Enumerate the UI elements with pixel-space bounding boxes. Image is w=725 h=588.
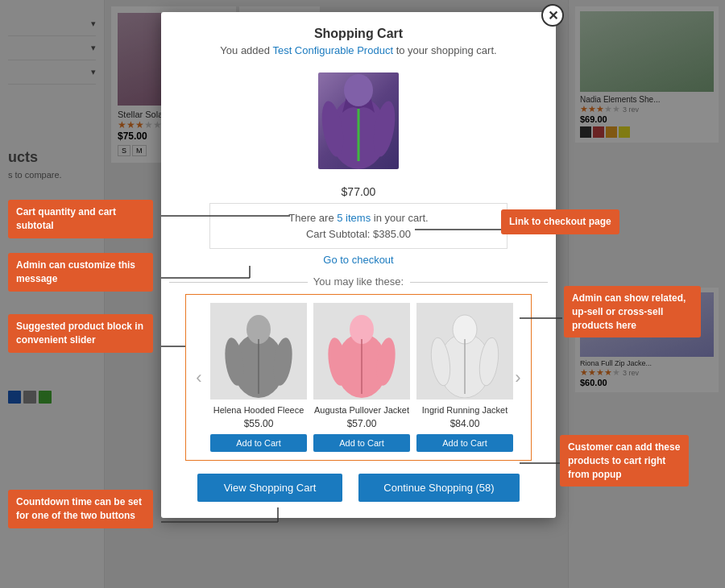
subtitle-start: You added	[220, 44, 272, 56]
you-may-like-label: You may like these:	[161, 275, 556, 288]
continue-shopping-button[interactable]: Continue Shopping (58)	[358, 474, 520, 502]
add-to-cart-button-2[interactable]: Add to Cart	[313, 434, 410, 452]
annotation-countdown: Countdown time can be set for one of the…	[8, 490, 153, 528]
annotation-checkout: Link to checkout page	[501, 209, 619, 234]
subtitle-end: to your shopping cart.	[396, 44, 497, 56]
jacket-svg	[318, 72, 399, 169]
slider-product-3-name: Ingrid Running Jacket	[416, 404, 513, 416]
add-to-cart-button-3[interactable]: Add to Cart	[416, 434, 513, 452]
cart-items-count: 5 items	[337, 212, 371, 224]
slider-product-2: Augusta Pullover Jacket $57.00 Add to Ca…	[313, 303, 410, 452]
slider-product-1: Helena Hooded Fleece $55.00 Add to Cart	[210, 303, 307, 452]
jacket-white-svg	[425, 305, 505, 398]
annotation-customize: Admin can customize this message	[8, 253, 153, 292]
slider-product-3-img	[416, 303, 513, 400]
cart-subtotal-label: Cart Subtotal:	[306, 228, 373, 240]
slider-product-2-name: Augusta Pullover Jacket	[313, 404, 410, 416]
slider-product-3: Ingrid Running Jacket $84.00 Add to Cart	[416, 303, 513, 452]
add-to-cart-button-1[interactable]: Add to Cart	[210, 434, 307, 452]
modal-header: Shopping Cart You added Test Configurabl…	[161, 12, 556, 64]
slider-product-1-img	[210, 303, 307, 400]
view-cart-button[interactable]: View Shopping Cart	[197, 474, 342, 502]
cart-info-box: There are 5 items in your cart. Cart Sub…	[209, 203, 508, 249]
slider-product-2-price: $57.00	[313, 418, 410, 429]
cart-subtotal: $385.00	[373, 228, 411, 240]
slider-next-arrow[interactable]: ›	[508, 367, 528, 388]
product-image	[318, 72, 399, 169]
close-button[interactable]: ✕	[541, 4, 564, 27]
jacket-pink-svg	[321, 305, 402, 398]
annotation-suggested: Suggested product block in convenient sl…	[8, 314, 153, 353]
svg-point-1	[344, 74, 373, 106]
annotation-add-products: Customer can add these products to cart …	[560, 435, 689, 487]
annotation-related: Admin can show related, up-sell or cross…	[564, 286, 701, 337]
slider-products-list: Helena Hooded Fleece $55.00 Add to Cart …	[210, 303, 507, 452]
cart-info-line1-end: in your cart.	[371, 212, 429, 224]
product-link[interactable]: Test Configurable Product	[272, 44, 393, 56]
product-image-area	[161, 64, 556, 180]
slider-product-1-price: $55.00	[210, 418, 307, 429]
slider-product-2-img	[313, 303, 410, 400]
annotation-cart-qty: Cart quantity and cart subtotal	[8, 200, 153, 238]
go-checkout-link[interactable]: Go to checkout	[161, 254, 556, 266]
modal-subtitle: You added Test Configurable Product to y…	[177, 44, 540, 56]
jacket-gray-svg	[218, 305, 299, 398]
modal-title: Shopping Cart	[177, 27, 540, 41]
slider-product-1-name: Helena Hooded Fleece	[210, 404, 307, 416]
slider-prev-arrow[interactable]: ‹	[189, 367, 209, 388]
product-slider: ‹ › Helena Hooded Fleece $55.00 Add to C…	[185, 294, 532, 461]
modal-footer: View Shopping Cart Continue Shopping (58…	[161, 474, 556, 502]
cart-info-line1-start: There are	[288, 212, 337, 224]
shopping-cart-modal: ✕ Shopping Cart You added Test Configura…	[161, 12, 556, 518]
product-price: $77.00	[161, 185, 556, 198]
slider-product-3-price: $84.00	[416, 418, 513, 429]
